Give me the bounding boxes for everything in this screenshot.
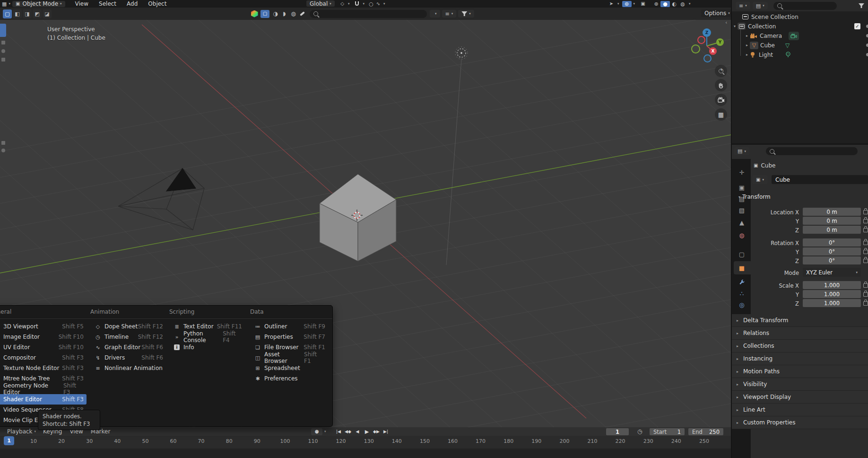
tab-tool[interactable]: ✛	[736, 167, 748, 178]
gizmo-minus-z-axis[interactable]	[703, 54, 712, 62]
rotation-x-field[interactable]: 0°	[803, 238, 861, 247]
outliner-row-cube[interactable]: ▸ ▽ Cube ▽	[732, 41, 868, 50]
shading-rendered-icon[interactable]: ◍	[678, 1, 687, 7]
material-preview-icon[interactable]	[250, 10, 259, 18]
restrict-icon-clipped[interactable]	[866, 25, 868, 28]
timeline-track-area[interactable]	[0, 449, 731, 458]
zoom-button[interactable]: +	[715, 65, 727, 77]
ruler-tick[interactable]: 80	[220, 438, 239, 444]
ruler-tick[interactable]: 160	[443, 438, 462, 444]
ruler-tick[interactable]: 10	[24, 438, 43, 444]
play-button[interactable]: ▶	[362, 428, 372, 435]
toolbar-search-input[interactable]	[310, 10, 427, 18]
camera-view-button[interactable]	[715, 94, 727, 106]
properties-search-input[interactable]	[766, 147, 858, 155]
restrict-icon-clipped[interactable]	[866, 53, 868, 56]
restrict-icon-clipped[interactable]	[866, 44, 868, 47]
timeline-ruler[interactable]: 1 10203040506070809010011012013014015016…	[0, 436, 731, 449]
collection-checkbox[interactable]: ✓	[854, 23, 860, 29]
tool-icon[interactable]	[1, 41, 5, 44]
menu-view[interactable]: View	[70, 0, 94, 7]
ruler-tick[interactable]: 180	[499, 438, 518, 444]
outliner-row-light[interactable]: ▸ Light	[732, 50, 868, 59]
panel-visibility[interactable]: ▸Visibility	[732, 378, 868, 391]
ruler-tick[interactable]: 100	[276, 438, 295, 444]
select-mode-extend-button[interactable]: ◨	[23, 9, 32, 18]
jump-to-end-button[interactable]: ▶|	[381, 428, 391, 435]
menu-item-nonlinear-animation[interactable]: ≡Nonlinear Animation	[90, 363, 166, 373]
location-z-field[interactable]: 0 m	[803, 226, 861, 234]
menu-item-info[interactable]: iInfo	[169, 342, 245, 352]
scale-x-field[interactable]: 1.000	[803, 281, 861, 289]
active-tool-tab[interactable]	[0, 24, 6, 37]
rotation-mode-dropdown[interactable]: XYZ Euler ▾	[803, 268, 861, 277]
transform-orientation-dropdown[interactable]: Global ▾	[306, 0, 335, 7]
menu-item-texture-node-editor[interactable]: Texture Node EditorShift F3	[0, 363, 87, 373]
ruler-tick[interactable]: 150	[415, 438, 434, 444]
location-y-field[interactable]: 0 m	[803, 217, 861, 225]
lock-icon[interactable]	[863, 292, 868, 297]
ruler-tick[interactable]: 240	[667, 438, 686, 444]
gizmo-x-axis[interactable]: X	[709, 47, 717, 55]
location-x-field[interactable]: 0 m	[803, 208, 861, 216]
outliner-filter-icon[interactable]	[859, 3, 864, 8]
show-overlays-icon[interactable]: ⊚	[622, 1, 632, 7]
globe-icon[interactable]: ◍	[289, 11, 298, 17]
menu-item-python-console[interactable]: »Python ConsoleShift F4	[169, 332, 245, 342]
rotation-y-field[interactable]: 0°	[803, 247, 861, 255]
ruler-tick[interactable]: 130	[359, 438, 378, 444]
droplet-icon[interactable]: ◗	[280, 11, 289, 17]
tool-icon[interactable]	[1, 49, 5, 53]
lock-icon[interactable]	[863, 250, 868, 254]
menu-item-outliner[interactable]: ≔OutlinerShift F9	[250, 321, 328, 332]
menu-item-dope-sheet[interactable]: ◇Dope SheetShift F12	[90, 321, 166, 332]
panel-relations[interactable]: ▸Relations	[732, 327, 868, 340]
tool-icon[interactable]	[1, 149, 5, 152]
select-mode-tweak-button[interactable]: ▢	[3, 9, 12, 18]
shading-material-icon[interactable]: ◐	[670, 1, 678, 7]
menu-item-uv-editor[interactable]: UV EditorShift F10	[0, 342, 87, 352]
menu-item-shader-editor[interactable]: Shader EditorShift F3	[0, 394, 87, 405]
ruler-tick[interactable]: 210	[583, 438, 602, 444]
outliner-editor-type-button[interactable]: ≡▾	[736, 2, 750, 9]
scale-y-field[interactable]: 1.000	[803, 290, 861, 298]
gizmo-z-axis[interactable]: Z	[703, 28, 711, 37]
options-button[interactable]: Options ▾	[701, 9, 733, 17]
outliner-row-camera[interactable]: ▸ Camera	[732, 31, 868, 40]
active-tool-icon[interactable]: ▢	[260, 10, 269, 18]
play-reverse-button[interactable]: ◀	[353, 428, 362, 435]
next-keyframe-button[interactable]: ◆▶	[372, 428, 381, 435]
panel-collections[interactable]: ▸Collections	[732, 340, 868, 352]
sidebar-collapse-icon[interactable]: ‹	[725, 20, 727, 25]
collapsed-dropdown[interactable]: ▾	[430, 10, 440, 18]
frame-start-field[interactable]: Start 1	[650, 428, 685, 435]
snap-magnet-icon[interactable]	[353, 1, 361, 7]
panel-delta-transform[interactable]: ▸Delta Transform	[732, 314, 868, 327]
restrict-icon-clipped[interactable]	[866, 34, 868, 37]
menu-item-compositor[interactable]: CompositorShift F3	[0, 352, 87, 363]
lock-icon[interactable]	[863, 259, 868, 263]
menu-item-spreadsheet[interactable]: ⊞Spreadsheet	[250, 363, 328, 373]
mode-select-dropdown[interactable]: ▣ Object Mode ▾	[12, 1, 65, 7]
ruler-tick[interactable]: 190	[527, 438, 546, 444]
shading-wireframe-icon[interactable]: ⊕	[652, 1, 660, 7]
sphere-icon[interactable]: ◑	[271, 11, 280, 17]
gizmo-minus-x-axis[interactable]	[697, 36, 705, 44]
lock-icon[interactable]	[863, 241, 868, 245]
menu-add[interactable]: Add	[122, 0, 143, 7]
ruler-tick[interactable]: 120	[331, 438, 350, 444]
prev-keyframe-button[interactable]: ◀◆	[343, 428, 353, 435]
menu-item-image-editor[interactable]: Image EditorShift F10	[0, 332, 87, 342]
tab-render[interactable]: ▣	[736, 182, 748, 193]
toggle-xray-icon[interactable]: ▣	[639, 1, 647, 6]
ruler-tick[interactable]: 200	[555, 438, 574, 444]
navigation-gizmo[interactable]: Z Y X	[691, 27, 725, 62]
lock-icon[interactable]	[863, 301, 868, 306]
menu-item-drivers[interactable]: ↯DriversShift F6	[90, 352, 166, 363]
panel-custom-properties[interactable]: ▸Custom Properties	[732, 416, 868, 429]
use-preview-range-clock-icon[interactable]: ◷	[637, 429, 642, 434]
rotation-z-field[interactable]: 0°	[803, 256, 861, 264]
panel-instancing[interactable]: ▸Instancing	[732, 352, 868, 365]
show-gizmo-icon[interactable]: ➤	[607, 1, 616, 6]
scale-z-field[interactable]: 1.000	[803, 299, 861, 307]
